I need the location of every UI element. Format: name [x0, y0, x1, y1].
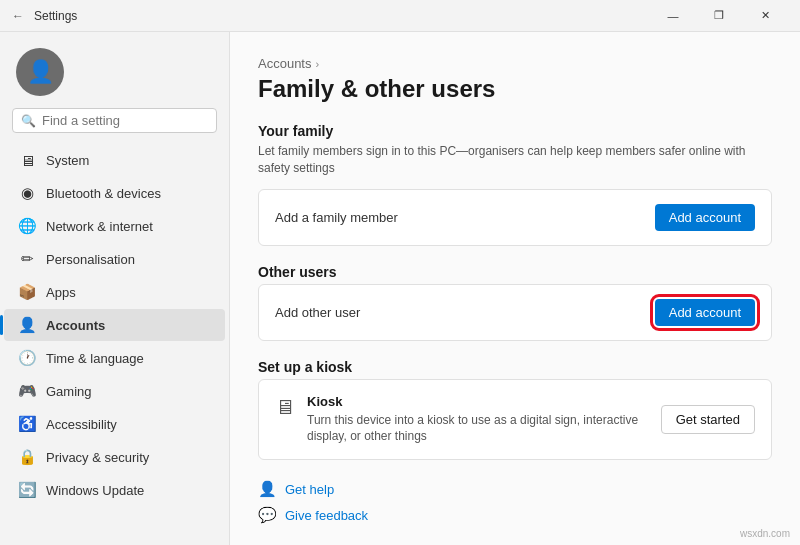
apps-icon: 📦 — [18, 283, 36, 301]
give-feedback-label: Give feedback — [285, 508, 368, 523]
sidebar-label-bluetooth: Bluetooth & devices — [46, 186, 161, 201]
page-title: Family & other users — [258, 75, 772, 103]
privacy-icon: 🔒 — [18, 448, 36, 466]
sidebar-item-accessibility[interactable]: ♿ Accessibility — [4, 408, 225, 440]
kiosk-section-title: Set up a kiosk — [258, 359, 772, 375]
kiosk-left: 🖥 Kiosk Turn this device into a kiosk to… — [275, 394, 661, 446]
sidebar-item-update[interactable]: 🔄 Windows Update — [4, 474, 225, 506]
kiosk-title: Kiosk — [307, 394, 661, 409]
time-icon: 🕐 — [18, 349, 36, 367]
personalisation-icon: ✏ — [18, 250, 36, 268]
add-family-label: Add a family member — [275, 210, 398, 225]
add-other-user-button[interactable]: Add account — [655, 299, 755, 326]
kiosk-desc: Turn this device into a kiosk to use as … — [307, 412, 661, 446]
your-family-section: Your family Let family members sign in t… — [258, 123, 772, 246]
nav-list: 🖥 System ◉ Bluetooth & devices 🌐 Network… — [0, 143, 229, 507]
search-box[interactable]: 🔍 — [12, 108, 217, 133]
kiosk-card: 🖥 Kiosk Turn this device into a kiosk to… — [258, 379, 772, 461]
window-controls: — ❐ ✕ — [650, 0, 788, 32]
breadcrumb-parent[interactable]: Accounts — [258, 56, 311, 71]
avatar: 👤 — [16, 48, 64, 96]
bluetooth-icon: ◉ — [18, 184, 36, 202]
app-body: 👤 🔍 🖥 System ◉ Bluetooth & devices 🌐 Net… — [0, 32, 800, 545]
add-other-user-card: Add other user Add account — [258, 284, 772, 341]
footer-links: 👤 Get help 💬 Give feedback — [258, 480, 772, 524]
minimize-button[interactable]: — — [650, 0, 696, 32]
sidebar: 👤 🔍 🖥 System ◉ Bluetooth & devices 🌐 Net… — [0, 32, 230, 545]
feedback-icon: 💬 — [258, 506, 277, 524]
breadcrumb: Accounts › — [258, 56, 772, 71]
give-feedback-link[interactable]: 💬 Give feedback — [258, 506, 772, 524]
search-icon: 🔍 — [21, 114, 36, 128]
other-users-title: Other users — [258, 264, 772, 280]
titlebar-title: Settings — [34, 9, 77, 23]
your-family-title: Your family — [258, 123, 772, 139]
your-family-desc: Let family members sign in to this PC—or… — [258, 143, 772, 177]
sidebar-item-network[interactable]: 🌐 Network & internet — [4, 210, 225, 242]
sidebar-label-accessibility: Accessibility — [46, 417, 117, 432]
kiosk-section: Set up a kiosk 🖥 Kiosk Turn this device … — [258, 359, 772, 461]
main-content: Accounts › Family & other users Your fam… — [230, 32, 800, 545]
sidebar-item-apps[interactable]: 📦 Apps — [4, 276, 225, 308]
add-family-card: Add a family member Add account — [258, 189, 772, 246]
sidebar-label-accounts: Accounts — [46, 318, 105, 333]
sidebar-item-accounts[interactable]: 👤 Accounts — [4, 309, 225, 341]
back-button[interactable]: ← — [12, 9, 24, 23]
search-input[interactable] — [42, 113, 208, 128]
sidebar-label-personalisation: Personalisation — [46, 252, 135, 267]
maximize-button[interactable]: ❐ — [696, 0, 742, 32]
kiosk-icon: 🖥 — [275, 396, 295, 419]
system-icon: 🖥 — [18, 151, 36, 169]
sidebar-item-personalisation[interactable]: ✏ Personalisation — [4, 243, 225, 275]
kiosk-info: Kiosk Turn this device into a kiosk to u… — [307, 394, 661, 446]
get-help-link[interactable]: 👤 Get help — [258, 480, 772, 498]
sidebar-item-system[interactable]: 🖥 System — [4, 144, 225, 176]
get-help-label: Get help — [285, 482, 334, 497]
sidebar-item-bluetooth[interactable]: ◉ Bluetooth & devices — [4, 177, 225, 209]
kiosk-get-started-button[interactable]: Get started — [661, 405, 755, 434]
sidebar-item-privacy[interactable]: 🔒 Privacy & security — [4, 441, 225, 473]
close-button[interactable]: ✕ — [742, 0, 788, 32]
accounts-icon: 👤 — [18, 316, 36, 334]
sidebar-label-system: System — [46, 153, 89, 168]
help-icon: 👤 — [258, 480, 277, 498]
sidebar-label-privacy: Privacy & security — [46, 450, 149, 465]
other-users-section: Other users Add other user Add account — [258, 264, 772, 341]
sidebar-item-gaming[interactable]: 🎮 Gaming — [4, 375, 225, 407]
network-icon: 🌐 — [18, 217, 36, 235]
sidebar-label-gaming: Gaming — [46, 384, 92, 399]
add-family-account-button[interactable]: Add account — [655, 204, 755, 231]
breadcrumb-separator: › — [315, 58, 319, 70]
gaming-icon: 🎮 — [18, 382, 36, 400]
sidebar-label-network: Network & internet — [46, 219, 153, 234]
sidebar-label-apps: Apps — [46, 285, 76, 300]
accessibility-icon: ♿ — [18, 415, 36, 433]
titlebar: ← Settings — ❐ ✕ — [0, 0, 800, 32]
sidebar-label-update: Windows Update — [46, 483, 144, 498]
update-icon: 🔄 — [18, 481, 36, 499]
add-other-user-label: Add other user — [275, 305, 360, 320]
sidebar-label-time: Time & language — [46, 351, 144, 366]
sidebar-item-time[interactable]: 🕐 Time & language — [4, 342, 225, 374]
